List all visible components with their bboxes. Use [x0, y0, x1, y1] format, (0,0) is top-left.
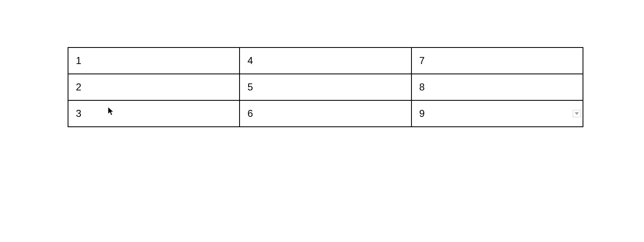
- data-table-container: 1 4 7 2 5 8 3 6 9: [68, 47, 583, 127]
- table-cell[interactable]: 5: [240, 74, 411, 100]
- table-cell[interactable]: 4: [240, 47, 411, 74]
- table-row[interactable]: 2 5 8: [68, 74, 583, 100]
- cell-value: 6: [247, 108, 253, 119]
- cell-value: 2: [76, 81, 81, 93]
- cell-value: 3: [76, 108, 81, 119]
- cell-value: 5: [247, 81, 253, 93]
- cell-value: 4: [247, 55, 253, 66]
- cell-value: 1: [76, 55, 81, 66]
- table-row[interactable]: 3 6 9: [68, 100, 583, 127]
- table-cell[interactable]: 8: [411, 74, 583, 100]
- table-row[interactable]: 1 4 7: [68, 47, 583, 74]
- table-cell[interactable]: 9: [411, 100, 583, 127]
- table-options-dropdown[interactable]: [573, 110, 581, 117]
- chevron-down-icon: [575, 112, 579, 115]
- table-cell[interactable]: 3: [68, 100, 240, 127]
- data-table[interactable]: 1 4 7 2 5 8 3 6 9: [68, 47, 583, 127]
- cell-value: 7: [419, 55, 425, 66]
- cell-value: 8: [419, 81, 425, 93]
- table-cell[interactable]: 7: [411, 47, 583, 74]
- table-cell[interactable]: 6: [240, 100, 411, 127]
- table-cell[interactable]: 2: [68, 74, 240, 100]
- table-cell[interactable]: 1: [68, 47, 240, 74]
- cell-value: 9: [419, 108, 425, 119]
